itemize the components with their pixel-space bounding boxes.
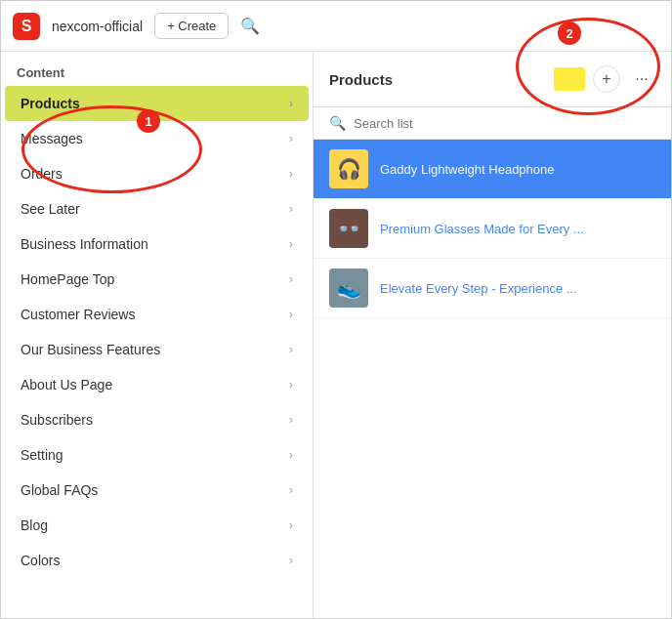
- sidebar-item-subscribers[interactable]: Subscribers ›: [5, 402, 309, 437]
- chevron-icon: ›: [289, 413, 293, 427]
- chevron-icon: ›: [289, 167, 293, 181]
- sidebar-item-messages[interactable]: Messages ›: [5, 121, 309, 156]
- sidebar-item-blog-label: Blog: [21, 517, 48, 533]
- sidebar-item-subscribers-label: Subscribers: [21, 412, 93, 428]
- sidebar-item-orders-label: Orders: [21, 166, 63, 182]
- product-name: Premium Glasses Made for Every ...: [380, 222, 584, 236]
- main-layout: Content Products › Messages › Orders › S…: [1, 52, 671, 618]
- workspace-name: nexcom-official: [52, 19, 143, 34]
- app-container: S nexcom-official + Create 🔍 Content Pro…: [0, 0, 672, 619]
- chevron-icon: ›: [289, 272, 293, 286]
- chevron-icon: ›: [289, 97, 293, 110]
- chevron-icon: ›: [289, 132, 293, 145]
- panel-actions: + ···: [554, 65, 655, 93]
- sidebar-item-global-faqs-label: Global FAQs: [21, 482, 98, 498]
- sidebar-section-content: Content: [1, 52, 313, 86]
- chevron-icon: ›: [289, 308, 293, 321]
- sidebar-item-our-business[interactable]: Our Business Features ›: [5, 332, 309, 367]
- sidebar-item-customer-reviews[interactable]: Customer Reviews ›: [5, 297, 309, 332]
- chevron-icon: ›: [289, 448, 293, 462]
- search-bar: 🔍: [314, 107, 671, 140]
- product-thumbnail: 👟: [329, 268, 368, 308]
- product-item-shoes[interactable]: 👟 Elevate Every Step - Experience ...: [314, 259, 671, 318]
- sidebar-item-products[interactable]: Products ›: [5, 86, 309, 121]
- sidebar: Content Products › Messages › Orders › S…: [1, 52, 314, 618]
- sidebar-item-business-info[interactable]: Business Information ›: [5, 227, 309, 262]
- chevron-icon: ›: [289, 237, 293, 251]
- sidebar-item-our-business-label: Our Business Features: [21, 342, 160, 357]
- product-thumbnail: 🎧: [329, 149, 368, 188]
- product-name: Elevate Every Step - Experience ...: [380, 281, 577, 296]
- top-bar: S nexcom-official + Create 🔍: [1, 1, 671, 52]
- more-options-button[interactable]: ···: [628, 65, 655, 93]
- chevron-icon: ›: [289, 554, 293, 567]
- product-item-glasses[interactable]: 👓 Premium Glasses Made for Every ...: [314, 199, 671, 259]
- sidebar-item-setting-label: Setting: [21, 447, 63, 463]
- product-thumbnail: 👓: [329, 209, 368, 248]
- product-list: 🎧 Gaddy Lightweight Headphone 👓 Premium …: [314, 140, 671, 618]
- chevron-icon: ›: [289, 483, 293, 497]
- sidebar-item-see-later-label: See Later: [21, 201, 80, 217]
- panel-header: Products + ···: [314, 52, 671, 107]
- sidebar-item-setting[interactable]: Setting ›: [5, 437, 309, 473]
- sidebar-item-see-later[interactable]: See Later ›: [5, 191, 309, 227]
- sidebar-item-orders[interactable]: Orders ›: [5, 156, 309, 191]
- search-icon[interactable]: 🔍: [240, 17, 260, 35]
- color-swatch: [554, 67, 585, 91]
- add-product-button[interactable]: +: [593, 65, 620, 93]
- panel-title: Products: [329, 71, 393, 88]
- sidebar-item-business-info-label: Business Information: [21, 236, 148, 252]
- chevron-icon: ›: [289, 343, 293, 356]
- sidebar-item-messages-label: Messages: [21, 131, 83, 146]
- sidebar-item-homepage-top-label: HomePage Top: [21, 271, 114, 287]
- search-input[interactable]: [354, 116, 655, 131]
- sidebar-item-about-us-label: About Us Page: [21, 377, 112, 392]
- sidebar-item-about-us[interactable]: About Us Page ›: [5, 367, 309, 402]
- logo-icon: S: [13, 13, 40, 40]
- sidebar-item-colors-label: Colors: [21, 553, 60, 568]
- products-panel: Products + ··· 🔍 🎧 Gaddy Lightweight Hea…: [314, 52, 671, 618]
- create-button[interactable]: + Create: [154, 13, 229, 39]
- chevron-icon: ›: [289, 202, 293, 216]
- search-icon: 🔍: [329, 115, 346, 131]
- sidebar-item-products-label: Products: [21, 96, 80, 111]
- sidebar-item-global-faqs[interactable]: Global FAQs ›: [5, 473, 309, 508]
- product-item-headphone[interactable]: 🎧 Gaddy Lightweight Headphone: [314, 140, 671, 199]
- sidebar-item-blog[interactable]: Blog ›: [5, 508, 309, 543]
- sidebar-item-homepage-top[interactable]: HomePage Top ›: [5, 262, 309, 297]
- chevron-icon: ›: [289, 378, 293, 392]
- sidebar-item-customer-reviews-label: Customer Reviews: [21, 307, 135, 322]
- sidebar-item-colors[interactable]: Colors ›: [5, 543, 309, 578]
- chevron-icon: ›: [289, 518, 293, 532]
- product-name: Gaddy Lightweight Headphone: [380, 162, 555, 177]
